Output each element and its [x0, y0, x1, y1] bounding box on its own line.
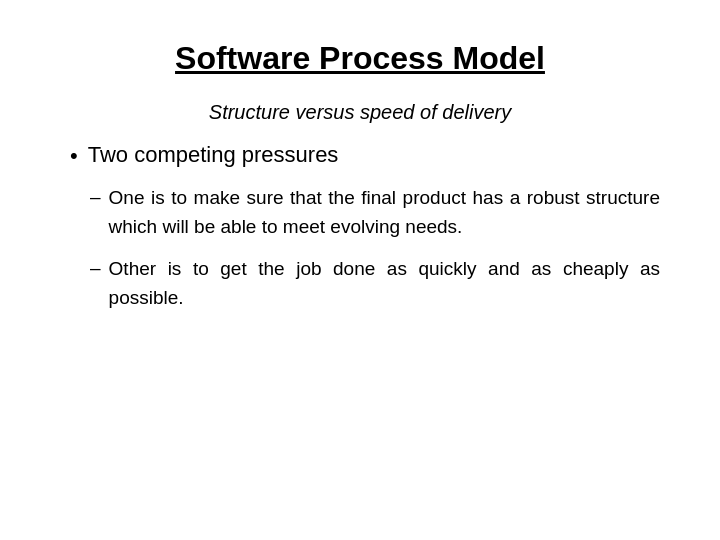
slide-title: Software Process Model: [60, 40, 660, 77]
dash-2: –: [90, 254, 101, 283]
sub-bullet-1: – One is to make sure that the final pro…: [90, 183, 660, 242]
sub-bullets: – One is to make sure that the final pro…: [70, 183, 660, 313]
slide: Software Process Model Structure versus …: [0, 0, 720, 540]
sub-bullet-text-2: Other is to get the job done as quickly …: [109, 254, 660, 313]
sub-bullet-2: – Other is to get the job done as quickl…: [90, 254, 660, 313]
bullet-dot: •: [70, 143, 78, 169]
slide-subtitle: Structure versus speed of delivery: [60, 101, 660, 124]
dash-1: –: [90, 183, 101, 212]
main-bullet: • Two competing pressures: [70, 142, 660, 169]
main-bullet-text: Two competing pressures: [88, 142, 339, 168]
sub-bullet-text-1: One is to make sure that the final produ…: [109, 183, 660, 242]
bullet-section: • Two competing pressures – One is to ma…: [60, 142, 660, 325]
